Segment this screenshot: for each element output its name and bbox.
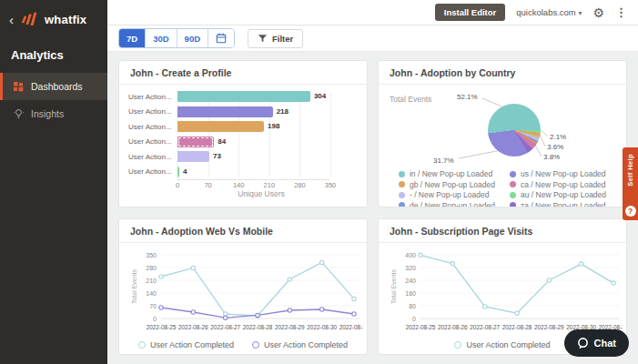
svg-text:210: 210 [146,277,157,283]
chat-button[interactable]: Chat [564,329,629,357]
gear-icon[interactable]: ⚙ [592,6,604,19]
legend-label: in / New Pop-up Loaded [410,169,492,178]
legend-dot-icon [510,171,516,177]
bar-category-label: User Action... [128,137,177,146]
svg-text:2022-08-25: 2022-08-25 [406,324,436,330]
legend-label: User Action Completed [466,340,550,349]
bar[interactable] [177,91,310,102]
pie-callout-label: 3.6% [547,143,563,151]
svg-text:2022-08-31: 2022-08-31 [339,324,363,330]
legend-dot-icon [510,192,516,198]
x-tick-label: 350 [325,181,337,189]
legend-item[interactable]: ca / New Pop-up Loaded [510,180,606,189]
range-7d-button[interactable]: 7D [119,29,146,47]
legend-item[interactable]: au / New Pop-up Loaded [510,190,606,199]
install-editor-button[interactable]: Install Editor [435,4,506,21]
bar[interactable] [177,106,273,117]
filter-button-label: Filter [272,34,293,44]
pie-zone: Total Events 52.1%31.7%2.1%3.6%3.8% [388,89,617,167]
pie-callout-label: 52.1% [457,93,478,101]
bar-row: User Action... 4 [128,165,358,180]
range-90d-button[interactable]: 90D [177,29,208,47]
svg-text:0: 0 [153,315,157,321]
legend-item[interactable]: za / New Pop-up Loaded [510,201,606,208]
card-adoption-by-country: John - Adoption by Country Total Events … [378,60,627,207]
funnel-icon [258,34,268,44]
bar-value-label: 198 [268,122,279,130]
back-chevron-icon[interactable]: ‹ [9,13,14,26]
x-axis: 070140210280350 [177,179,330,188]
svg-text:140: 140 [146,289,157,296]
legend-item[interactable]: gb / New Pop-up Loaded [399,180,495,189]
bar-value-label: 218 [277,107,289,116]
bar[interactable] [177,167,179,177]
pie[interactable] [488,104,541,157]
pie-chart: Total Events 52.1%31.7%2.1%3.6%3.8% in /… [379,85,626,207]
x-axis-title: Unique Users [128,189,358,198]
bar-value-label: 304 [314,92,326,100]
bar-track: 4 [177,167,330,177]
pie-callout-label: 3.8% [543,153,560,161]
legend-item[interactable]: User Action Completed [454,340,550,349]
legend-label: gb / New Pop-up Loaded [410,180,495,189]
svg-text:160: 160 [405,289,416,296]
bar[interactable] [177,151,209,162]
sidebar: ‹ whatfix Analytics Das [0,0,107,364]
legend-item[interactable]: in / New Pop-up Loaded [399,169,495,178]
svg-text:320: 320 [405,264,416,270]
card-adoption-web-vs-mobile: John - Adoption Web Vs Mobile 0701402102… [118,218,368,355]
pie-callout-label: 31.7% [433,157,454,165]
bar-row: User Action... 73 [128,149,358,165]
bar-category-label: User Action... [128,107,177,116]
legend-item[interactable]: - / New Pop-up Loaded [399,190,495,199]
pie-legend: in / New Pop-up Loaded us / New Pop-up L… [388,169,617,207]
line-chart-svg: 070140210280350Total Events2022-08-25202… [128,248,363,337]
svg-text:2022-08-27: 2022-08-27 [470,324,500,330]
legend-label: us / New Pop-up Loaded [521,169,606,178]
account-name: quickolabs.com [516,7,575,17]
bar-category-label: User Action... [128,123,177,131]
account-dropdown[interactable]: quickolabs.com ▾ [516,7,582,17]
bar[interactable] [177,136,214,147]
filter-button[interactable]: Filter [248,29,303,48]
bar-chart: User Action... 304 User Action... 218 Us… [119,85,367,198]
card-title: John - Adoption Web Vs Mobile [119,219,367,243]
legend-label: User Action Completed [264,340,348,349]
legend-item[interactable]: User Action Completed [138,340,234,349]
bar-value-label: 73 [213,152,221,160]
bar[interactable] [177,121,264,132]
bar-row: User Action... 304 [128,89,358,105]
svg-text:240: 240 [405,277,416,283]
legend-item[interactable]: us / New Pop-up Loaded [510,169,606,178]
bar-category-label: User Action... [128,153,177,161]
svg-text:2022-08-28: 2022-08-28 [243,324,273,330]
legend-label: User Action Completed [150,340,234,349]
svg-text:2022-08-25: 2022-08-25 [147,324,177,330]
sidebar-item-insights[interactable]: Insights [0,100,107,127]
legend-item[interactable]: de / New Pop-up Loaded [399,201,495,208]
kebab-menu-icon[interactable]: ⋮ [615,5,627,19]
chevron-down-icon: ▾ [578,9,582,17]
svg-text:80: 80 [409,302,416,308]
bar-category-label: User Action... [128,167,177,176]
bar-row: User Action... 218 [128,105,358,120]
calendar-button[interactable] [208,29,234,47]
svg-text:2022-08-27: 2022-08-27 [210,324,240,330]
sidebar-item-dashboards[interactable]: Dashboards [0,73,107,100]
legend-dot-icon [399,181,405,187]
legend-dot-icon [454,341,461,349]
legend-dot-icon [252,341,259,349]
svg-text:350: 350 [146,251,157,258]
chat-bubble-icon [577,337,589,349]
svg-text:Total Events: Total Events [390,268,397,304]
legend-item[interactable]: User Action Completed [252,340,348,349]
legend-label: ca / New Pop-up Loaded [521,180,606,189]
sidebar-item-label: Dashboards [31,81,83,92]
filter-bar: 7D 30D 90D Filter [107,25,638,52]
svg-text:2022-08-29: 2022-08-29 [275,324,305,330]
self-help-tab[interactable]: Self Help ? [623,147,638,220]
lightbulb-icon [14,108,24,119]
range-30d-button[interactable]: 30D [146,29,177,47]
legend-label: de / New Pop-up Loaded [410,201,495,208]
svg-text:400: 400 [405,251,416,258]
